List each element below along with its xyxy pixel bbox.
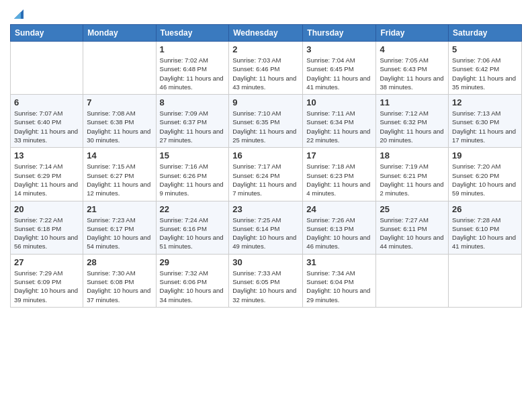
day-number: 3 <box>306 44 372 54</box>
day-number: 26 <box>452 204 518 214</box>
day-info: Sunrise: 7:16 AM Sunset: 6:26 PM Dayligh… <box>160 162 226 197</box>
calendar-cell <box>449 254 522 307</box>
calendar-week-row: 13Sunrise: 7:14 AM Sunset: 6:29 PM Dayli… <box>11 148 522 201</box>
calendar-week-row: 6Sunrise: 7:07 AM Sunset: 6:40 PM Daylig… <box>11 95 522 148</box>
day-info: Sunrise: 7:20 AM Sunset: 6:20 PM Dayligh… <box>452 162 518 197</box>
calendar-cell: 26Sunrise: 7:28 AM Sunset: 6:10 PM Dayli… <box>449 201 522 254</box>
day-info: Sunrise: 7:23 AM Sunset: 6:17 PM Dayligh… <box>87 216 152 251</box>
calendar-cell: 25Sunrise: 7:27 AM Sunset: 6:11 PM Dayli… <box>376 201 449 254</box>
calendar-cell: 15Sunrise: 7:16 AM Sunset: 6:26 PM Dayli… <box>156 148 229 201</box>
day-info: Sunrise: 7:15 AM Sunset: 6:27 PM Dayligh… <box>87 162 152 197</box>
day-number: 27 <box>14 257 79 267</box>
calendar-cell: 19Sunrise: 7:20 AM Sunset: 6:20 PM Dayli… <box>449 148 522 201</box>
logo <box>10 7 26 19</box>
calendar-cell: 10Sunrise: 7:11 AM Sunset: 6:34 PM Dayli… <box>303 95 376 148</box>
day-info: Sunrise: 7:34 AM Sunset: 6:04 PM Dayligh… <box>306 269 372 304</box>
day-of-week-header: Sunday <box>11 25 83 42</box>
calendar-cell: 11Sunrise: 7:12 AM Sunset: 6:32 PM Dayli… <box>376 95 449 148</box>
calendar-cell: 3Sunrise: 7:04 AM Sunset: 6:45 PM Daylig… <box>303 42 376 95</box>
day-of-week-header: Monday <box>83 25 156 42</box>
day-of-week-header: Tuesday <box>156 25 229 42</box>
day-info: Sunrise: 7:27 AM Sunset: 6:11 PM Dayligh… <box>380 216 445 251</box>
calendar-cell: 18Sunrise: 7:19 AM Sunset: 6:21 PM Dayli… <box>376 148 449 201</box>
day-of-week-header: Saturday <box>449 25 522 42</box>
svg-marker-1 <box>14 12 21 19</box>
day-number: 15 <box>160 150 226 161</box>
calendar-header-row: SundayMondayTuesdayWednesdayThursdayFrid… <box>11 25 522 42</box>
calendar: SundayMondayTuesdayWednesdayThursdayFrid… <box>10 24 522 308</box>
calendar-cell: 29Sunrise: 7:32 AM Sunset: 6:06 PM Dayli… <box>156 254 229 307</box>
calendar-cell: 17Sunrise: 7:18 AM Sunset: 6:23 PM Dayli… <box>303 148 376 201</box>
day-number: 19 <box>452 150 518 161</box>
day-number: 18 <box>380 150 445 161</box>
calendar-cell: 20Sunrise: 7:22 AM Sunset: 6:18 PM Dayli… <box>11 201 83 254</box>
day-number: 13 <box>14 150 79 161</box>
day-number: 9 <box>232 97 299 107</box>
calendar-cell: 2Sunrise: 7:03 AM Sunset: 6:46 PM Daylig… <box>229 42 303 95</box>
day-number: 24 <box>306 204 372 214</box>
calendar-cell: 28Sunrise: 7:30 AM Sunset: 6:08 PM Dayli… <box>83 254 156 307</box>
day-info: Sunrise: 7:19 AM Sunset: 6:21 PM Dayligh… <box>380 162 445 197</box>
day-number: 2 <box>232 44 299 54</box>
day-info: Sunrise: 7:29 AM Sunset: 6:09 PM Dayligh… <box>14 269 79 304</box>
day-number: 20 <box>14 204 79 214</box>
day-info: Sunrise: 7:03 AM Sunset: 6:46 PM Dayligh… <box>232 56 299 91</box>
day-info: Sunrise: 7:17 AM Sunset: 6:24 PM Dayligh… <box>232 162 299 197</box>
day-info: Sunrise: 7:07 AM Sunset: 6:40 PM Dayligh… <box>14 109 79 144</box>
calendar-cell: 1Sunrise: 7:02 AM Sunset: 6:48 PM Daylig… <box>156 42 229 95</box>
day-number: 8 <box>160 97 226 107</box>
page: SundayMondayTuesdayWednesdayThursdayFrid… <box>0 0 532 411</box>
day-number: 6 <box>14 97 79 107</box>
day-number: 28 <box>87 257 152 267</box>
day-number: 23 <box>232 204 299 214</box>
day-info: Sunrise: 7:04 AM Sunset: 6:45 PM Dayligh… <box>306 56 372 91</box>
day-info: Sunrise: 7:30 AM Sunset: 6:08 PM Dayligh… <box>87 269 152 304</box>
day-info: Sunrise: 7:32 AM Sunset: 6:06 PM Dayligh… <box>160 269 226 304</box>
day-info: Sunrise: 7:26 AM Sunset: 6:13 PM Dayligh… <box>306 216 372 251</box>
day-info: Sunrise: 7:22 AM Sunset: 6:18 PM Dayligh… <box>14 216 79 251</box>
calendar-cell: 8Sunrise: 7:09 AM Sunset: 6:37 PM Daylig… <box>156 95 229 148</box>
calendar-cell: 6Sunrise: 7:07 AM Sunset: 6:40 PM Daylig… <box>11 95 83 148</box>
calendar-cell: 14Sunrise: 7:15 AM Sunset: 6:27 PM Dayli… <box>83 148 156 201</box>
day-number: 10 <box>306 97 372 107</box>
day-number: 4 <box>380 44 445 54</box>
day-of-week-header: Thursday <box>303 25 376 42</box>
day-info: Sunrise: 7:06 AM Sunset: 6:42 PM Dayligh… <box>452 56 518 91</box>
day-info: Sunrise: 7:02 AM Sunset: 6:48 PM Dayligh… <box>160 56 226 91</box>
calendar-cell: 9Sunrise: 7:10 AM Sunset: 6:35 PM Daylig… <box>229 95 303 148</box>
day-info: Sunrise: 7:18 AM Sunset: 6:23 PM Dayligh… <box>306 162 372 197</box>
calendar-cell <box>376 254 449 307</box>
calendar-cell <box>11 42 83 95</box>
day-info: Sunrise: 7:14 AM Sunset: 6:29 PM Dayligh… <box>14 162 79 197</box>
calendar-cell: 16Sunrise: 7:17 AM Sunset: 6:24 PM Dayli… <box>229 148 303 201</box>
calendar-cell: 24Sunrise: 7:26 AM Sunset: 6:13 PM Dayli… <box>303 201 376 254</box>
day-number: 5 <box>452 44 518 54</box>
day-number: 12 <box>452 97 518 107</box>
day-number: 1 <box>160 44 226 54</box>
day-info: Sunrise: 7:33 AM Sunset: 6:05 PM Dayligh… <box>232 269 299 304</box>
day-number: 29 <box>160 257 226 267</box>
calendar-cell: 30Sunrise: 7:33 AM Sunset: 6:05 PM Dayli… <box>229 254 303 307</box>
calendar-cell <box>83 42 156 95</box>
calendar-week-row: 1Sunrise: 7:02 AM Sunset: 6:48 PM Daylig… <box>11 42 522 95</box>
calendar-cell: 21Sunrise: 7:23 AM Sunset: 6:17 PM Dayli… <box>83 201 156 254</box>
day-info: Sunrise: 7:08 AM Sunset: 6:38 PM Dayligh… <box>87 109 152 144</box>
calendar-week-row: 20Sunrise: 7:22 AM Sunset: 6:18 PM Dayli… <box>11 201 522 254</box>
day-number: 7 <box>87 97 152 107</box>
day-of-week-header: Friday <box>376 25 449 42</box>
day-number: 25 <box>380 204 445 214</box>
day-info: Sunrise: 7:25 AM Sunset: 6:14 PM Dayligh… <box>232 216 299 251</box>
day-number: 22 <box>160 204 226 214</box>
day-info: Sunrise: 7:11 AM Sunset: 6:34 PM Dayligh… <box>306 109 372 144</box>
day-number: 16 <box>232 150 299 161</box>
calendar-cell: 4Sunrise: 7:05 AM Sunset: 6:43 PM Daylig… <box>376 42 449 95</box>
day-info: Sunrise: 7:12 AM Sunset: 6:32 PM Dayligh… <box>380 109 445 144</box>
day-number: 21 <box>87 204 152 214</box>
day-info: Sunrise: 7:24 AM Sunset: 6:16 PM Dayligh… <box>160 216 226 251</box>
day-info: Sunrise: 7:13 AM Sunset: 6:30 PM Dayligh… <box>452 109 518 144</box>
calendar-cell: 13Sunrise: 7:14 AM Sunset: 6:29 PM Dayli… <box>11 148 83 201</box>
logo-icon <box>11 7 26 21</box>
calendar-cell: 23Sunrise: 7:25 AM Sunset: 6:14 PM Dayli… <box>229 201 303 254</box>
day-number: 14 <box>87 150 152 161</box>
calendar-cell: 27Sunrise: 7:29 AM Sunset: 6:09 PM Dayli… <box>11 254 83 307</box>
